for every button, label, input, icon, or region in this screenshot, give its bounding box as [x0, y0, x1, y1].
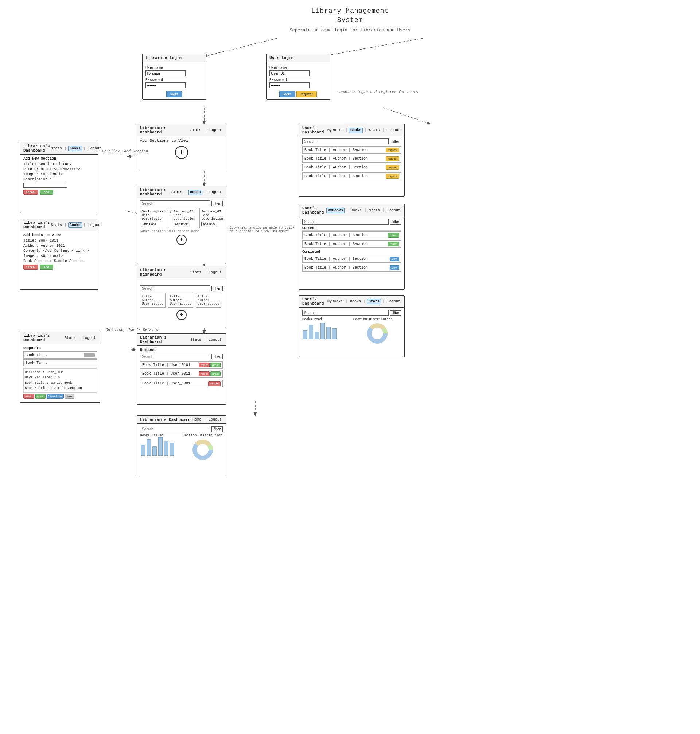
user-mybooks-nav-logout[interactable]: Logout [386, 208, 401, 213]
lib-sections-nav-logout[interactable]: Logout [207, 128, 223, 133]
section-card-2[interactable]: Section_02 Date Description Add Book [172, 208, 197, 228]
add-section-cancel-btn[interactable]: cancel [24, 189, 38, 195]
password-input[interactable] [146, 82, 185, 88]
req-reject-btn[interactable]: reject [24, 394, 34, 399]
user-dashboard-books-panel: User's Dashboard MyBooks | Books | Stats… [299, 124, 405, 197]
user-books-search-input[interactable] [302, 138, 389, 144]
lib-books-filter-button[interactable]: filter [212, 201, 223, 206]
lib-stats-nav-logout[interactable]: Logout [207, 417, 223, 422]
lib-books-nav-books[interactable]: Books [188, 189, 202, 195]
section-desc-input[interactable] [24, 183, 67, 188]
add-book-nav-books[interactable]: Books [68, 222, 82, 228]
user-register-button[interactable]: register [296, 91, 316, 97]
username-label: Username [146, 66, 203, 70]
lib-book-list-nav-stats[interactable]: Stats [189, 270, 202, 275]
add-section-circle-btn[interactable]: + [176, 235, 187, 245]
lib-requests-nav-stats[interactable]: Stats [189, 338, 202, 342]
user-mybooks-filter-btn[interactable]: filter [390, 219, 401, 225]
user-mybooks-nav-books[interactable]: Books [350, 208, 363, 213]
user-password-input[interactable] [269, 82, 310, 88]
view-btn-1[interactable]: view [390, 257, 399, 261]
book-card-2[interactable]: titleAuthorUser_issued [168, 293, 194, 308]
return-btn-2[interactable]: return [388, 242, 399, 247]
grant-btn-2[interactable]: grant [210, 371, 221, 376]
add-section-add-btn[interactable]: add [40, 189, 53, 195]
view-btn-2[interactable]: view [390, 265, 399, 270]
bar-4 [158, 437, 163, 455]
add-book-btn-2[interactable]: Add Book [174, 222, 189, 226]
user-mybooks-search-input[interactable] [302, 219, 389, 225]
return-btn-1[interactable]: return [388, 233, 399, 238]
svg-point-18 [374, 330, 381, 337]
lib-requests-search-input[interactable] [140, 354, 210, 359]
lib-book-list-search-input[interactable] [140, 285, 210, 291]
add-section-button[interactable]: + [175, 146, 188, 159]
user-books-nav-books[interactable]: Books [349, 128, 363, 133]
lib-books-nav-logout[interactable]: Logout [207, 190, 223, 195]
add-book-circle-btn[interactable]: + [176, 310, 187, 320]
user-stats-nav-books[interactable]: Books [349, 299, 362, 304]
req-detail-row-2[interactable]: Book Ti... [24, 359, 97, 366]
req-detail-nav-logout[interactable]: Logout [82, 336, 97, 341]
add-book-nav-logout[interactable]: Logout [87, 223, 103, 228]
user-stats-nav-stats[interactable]: Stats [367, 299, 381, 304]
user-stats-filter-btn[interactable]: filter [390, 310, 401, 316]
section-card-3[interactable]: Section_03 Date Description Add Book [199, 208, 225, 228]
user-stats-search-input[interactable] [302, 310, 389, 316]
add-book-btn-1[interactable]: Add Book [142, 222, 157, 226]
request-detail-header: Librarian's Dashboard Stats | Logout [21, 332, 100, 344]
req-grant-btn[interactable]: grant [35, 394, 46, 399]
user-bar-2 [309, 325, 313, 339]
reject-btn-2[interactable]: reject [199, 371, 210, 376]
lib-books-nav-stats[interactable]: Stats [170, 190, 183, 195]
completed-book-row-1: Book Title | Author | Section view [302, 255, 401, 263]
add-sec-nav-logout[interactable]: Logout [87, 146, 103, 151]
user-stats-nav-mybooks[interactable]: MyBooks [326, 299, 344, 304]
user-mybooks-nav-mybooks[interactable]: MyBooks [326, 208, 344, 213]
user-books-nav-logout[interactable]: Logout [386, 128, 401, 133]
lib-sections-header: Librarian's Dashboard Stats | Logout [137, 124, 226, 136]
add-sec-nav-stats[interactable]: Stats [50, 146, 63, 151]
lib-requests-nav-logout[interactable]: Logout [207, 338, 223, 342]
reject-btn-1[interactable]: reject [199, 363, 210, 367]
lib-stats-search-input[interactable] [140, 426, 210, 432]
lib-books-search-input[interactable] [140, 200, 210, 206]
user-books-filter-btn[interactable]: filter [390, 139, 401, 144]
user-books-nav-mybooks[interactable]: MyBooks [326, 128, 344, 133]
request-btn-4[interactable]: request [386, 174, 399, 179]
sections-note2: Librarian should be able to clickon a se… [230, 226, 294, 233]
lib-stats-filter-btn[interactable]: filter [212, 426, 223, 432]
add-book-add-btn[interactable]: add [40, 264, 53, 270]
user-username-input[interactable] [269, 70, 310, 76]
user-stats-chart1: Books read [302, 317, 350, 345]
lib-book-list-nav-logout[interactable]: Logout [207, 270, 223, 275]
request-btn-2[interactable]: request [386, 156, 399, 161]
request-btn-1[interactable]: request [386, 148, 399, 152]
username-input[interactable] [146, 70, 185, 76]
librarian-login-button[interactable]: login [166, 91, 182, 97]
lib-book-list-filter-btn[interactable]: filter [212, 286, 223, 291]
book-card-1[interactable]: titleAuthorUser_issued [140, 293, 166, 308]
user-books-nav-stats[interactable]: Stats [368, 128, 381, 133]
revoke-btn[interactable]: revoke [208, 381, 221, 386]
book-card-3[interactable]: titleAuthorUser_issued [196, 293, 221, 308]
section-card-1[interactable]: Section_History Date Description Add Boo… [140, 208, 169, 228]
lib-requests-filter-btn[interactable]: filter [212, 354, 223, 359]
user-stats-nav-logout[interactable]: Logout [386, 299, 401, 304]
req-detail-nav-stats[interactable]: Stats [63, 336, 76, 341]
req-detail-row-1[interactable]: Book Ti... [24, 351, 97, 359]
bar-5 [164, 441, 168, 455]
grant-btn-1[interactable]: grant [210, 363, 221, 367]
request-btn-3[interactable]: request [386, 165, 399, 170]
lib-sections-nav-stats[interactable]: Stats [189, 128, 202, 133]
add-book-cancel-btn[interactable]: cancel [24, 264, 38, 270]
user-mybooks-nav-stats[interactable]: Stats [368, 208, 381, 213]
req-links-btn[interactable]: links [65, 394, 74, 399]
req-view-book-btn[interactable]: View Book [47, 394, 64, 399]
add-book-btn-3[interactable]: Add Book [201, 222, 217, 226]
add-sec-nav-books[interactable]: Books [68, 146, 82, 151]
add-book-nav-stats[interactable]: Stats [50, 223, 63, 228]
user-login-button[interactable]: login [279, 91, 295, 97]
book-section-field: Book Section: Sample_Section [24, 259, 95, 263]
lib-stats-nav-home[interactable]: Home [191, 417, 202, 422]
